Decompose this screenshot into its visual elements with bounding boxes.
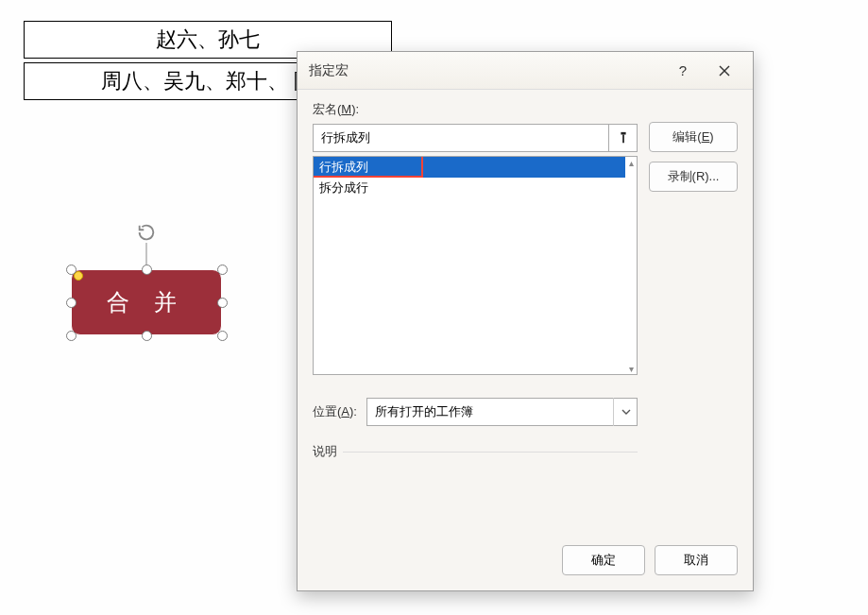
cell-text: 赵六、孙七 [156, 26, 260, 54]
reference-collapse-button[interactable] [609, 124, 638, 152]
description-label: 说明 [313, 443, 337, 460]
ok-label: 确定 [591, 553, 616, 567]
resize-handle-ne[interactable] [217, 265, 228, 275]
ok-button[interactable]: 确定 [562, 545, 645, 575]
macro-listbox[interactable]: 行拆成列 拆分成行 ▴ ▾ [313, 156, 638, 375]
merge-shape-button[interactable]: 合 并 [71, 269, 222, 335]
scroll-down-icon[interactable]: ▾ [625, 363, 637, 374]
assign-macro-dialog: 指定宏 ? 宏名(M): [297, 51, 754, 591]
cell-text: 周八、吴九、郑十、 陈 [101, 67, 315, 95]
rotate-handle-icon[interactable] [136, 222, 157, 243]
resize-handle-n[interactable] [142, 265, 152, 275]
shape-selection-group[interactable]: 合 并 [66, 222, 227, 345]
dialog-title: 指定宏 [309, 62, 662, 79]
help-button[interactable]: ? [662, 57, 704, 85]
edit-button[interactable]: 编辑(E) [649, 122, 738, 152]
shape-label: 合 并 [107, 287, 187, 317]
dialog-body: 宏名(M): 行拆成列 [298, 90, 753, 590]
location-label: 位置(A): [313, 403, 357, 420]
close-icon [719, 65, 730, 77]
scroll-up-icon[interactable]: ▴ [625, 157, 637, 168]
up-arrow-icon [617, 131, 630, 145]
list-item-label: 行拆成列 [319, 160, 368, 174]
help-icon: ? [679, 62, 687, 78]
svg-rect-3 [622, 135, 624, 144]
resize-handle-nw[interactable] [66, 265, 77, 275]
list-item-label: 拆分成行 [319, 180, 368, 195]
cancel-button[interactable]: 取消 [655, 545, 738, 575]
cancel-label: 取消 [684, 553, 708, 567]
record-label: 录制(R)... [668, 169, 720, 183]
list-item[interactable]: 行拆成列 [314, 157, 625, 178]
location-select[interactable] [366, 398, 638, 426]
macro-name-input[interactable] [313, 124, 609, 152]
svg-rect-2 [621, 132, 625, 135]
list-item[interactable]: 拆分成行 [314, 178, 625, 198]
resize-handle-se[interactable] [217, 331, 228, 341]
resize-handle-e[interactable] [217, 298, 228, 308]
macro-name-label: 宏名(M): [313, 101, 638, 118]
resize-handle-sw[interactable] [66, 331, 77, 341]
record-button[interactable]: 录制(R)... [649, 162, 738, 192]
divider [343, 452, 638, 453]
close-button[interactable] [704, 57, 745, 85]
dialog-titlebar[interactable]: 指定宏 ? [298, 52, 753, 90]
resize-handle-w[interactable] [66, 298, 77, 308]
resize-handle-s[interactable] [142, 331, 152, 341]
